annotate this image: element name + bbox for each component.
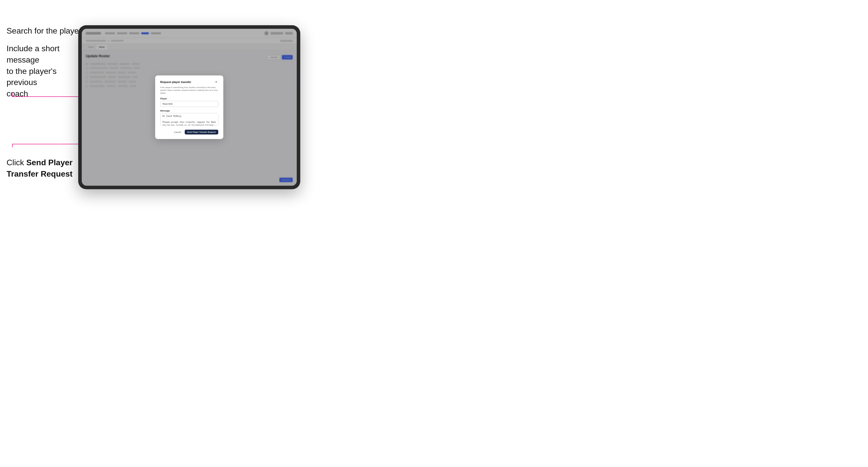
tablet-device: Roster Roster Update Roster + Add Player…: [78, 25, 300, 189]
message-field-label: Message: [160, 110, 218, 112]
annotation-message-text: Include a short message to the player's …: [6, 43, 77, 99]
annotation-line-v-bottom-left: [12, 144, 12, 147]
modal-footer: Cancel Send Player Transfer Request: [160, 130, 218, 134]
modal-close-button[interactable]: ✕: [214, 80, 218, 84]
modal-description: If the player is transferring from anoth…: [160, 86, 218, 95]
cancel-button[interactable]: Cancel: [173, 130, 183, 134]
player-field-label: Player: [160, 97, 218, 100]
annotation-search-text: Search for the player.: [6, 25, 83, 37]
message-textarea[interactable]: Hi Coach McHarg, Please accept this tran…: [160, 113, 218, 126]
player-input[interactable]: [160, 101, 218, 107]
annotation-click-text: Click Send Player Transfer Request: [6, 157, 77, 180]
modal-title: Request player transfer: [160, 81, 191, 84]
annotation-arrow-line-v-top: [12, 93, 12, 96]
modal-overlay: Request player transfer ✕ If the player …: [82, 29, 297, 186]
tablet-screen: Roster Roster Update Roster + Add Player…: [82, 29, 297, 186]
request-player-transfer-modal: Request player transfer ✕ If the player …: [155, 75, 223, 139]
send-player-transfer-request-button[interactable]: Send Player Transfer Request: [185, 130, 218, 134]
modal-header: Request player transfer ✕: [160, 80, 218, 84]
